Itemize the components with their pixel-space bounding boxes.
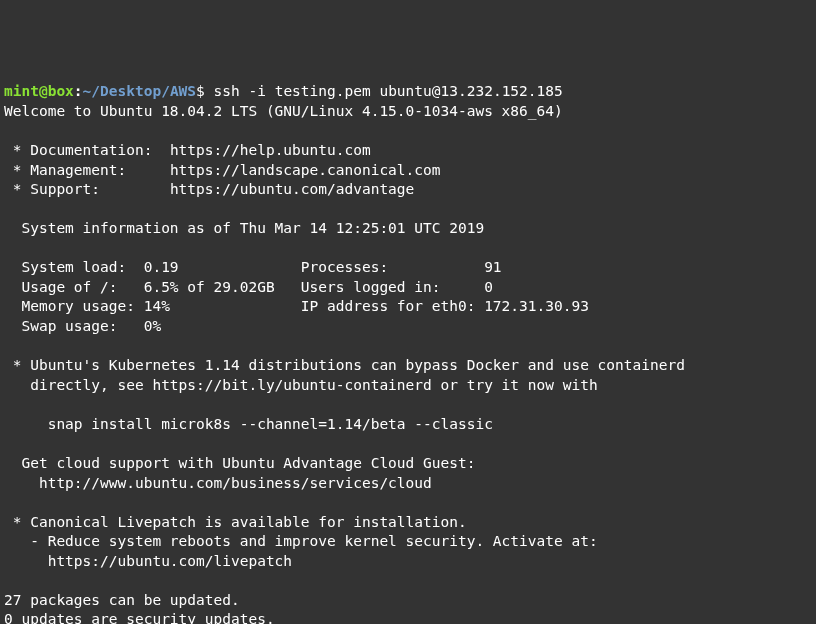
k8s-line2: directly, see https://bit.ly/ubuntu-cont… xyxy=(4,377,598,393)
sysinfo-header: System information as of Thu Mar 14 12:2… xyxy=(4,220,484,236)
k8s-line1: * Ubuntu's Kubernetes 1.14 distributions… xyxy=(4,357,685,373)
prompt-user: mint@box xyxy=(4,83,74,99)
livepatch-line1: * Canonical Livepatch is available for i… xyxy=(4,514,467,530)
sysinfo-memory: Memory usage: 14% IP address for eth0: 1… xyxy=(4,298,589,314)
cloud-line1: Get cloud support with Ubuntu Advantage … xyxy=(4,455,475,471)
prompt-path: ~/Desktop/AWS xyxy=(83,83,197,99)
prompt-dollar: $ xyxy=(196,83,213,99)
cloud-line2: http://www.ubuntu.com/business/services/… xyxy=(4,475,432,491)
updates-line1: 27 packages can be updated. xyxy=(4,592,240,608)
livepatch-line2: - Reduce system reboots and improve kern… xyxy=(4,533,598,549)
updates-line2: 0 updates are security updates. xyxy=(4,611,275,624)
terminal-output[interactable]: mint@box:~/Desktop/AWS$ ssh -i testing.p… xyxy=(4,82,812,624)
support-url: https://ubuntu.com/advantage xyxy=(170,181,414,197)
doc-line: * Documentation: https://help.ubuntu.com xyxy=(4,142,371,158)
ssh-command: ssh -i testing.pem ubuntu@13.232.152.185 xyxy=(214,83,563,99)
mgmt-line: * Management: https://landscape.canonica… xyxy=(4,162,441,178)
welcome-line: Welcome to Ubuntu 18.04.2 LTS (GNU/Linux… xyxy=(4,103,563,119)
sysinfo-swap: Swap usage: 0% xyxy=(4,318,161,334)
mgmt-url: https://landscape.canonical.com xyxy=(170,162,441,178)
prompt-colon: : xyxy=(74,83,83,99)
sysinfo-load: System load: 0.19 Processes: 91 xyxy=(4,259,502,275)
prompt-line: mint@box:~/Desktop/AWS$ ssh -i testing.p… xyxy=(4,83,563,99)
sysinfo-usage: Usage of /: 6.5% of 29.02GB Users logged… xyxy=(4,279,493,295)
livepatch-line3: https://ubuntu.com/livepatch xyxy=(4,553,292,569)
support-line: * Support: https://ubuntu.com/advantage xyxy=(4,181,414,197)
k8s-snap: snap install microk8s --channel=1.14/bet… xyxy=(4,416,493,432)
doc-url: https://help.ubuntu.com xyxy=(170,142,371,158)
